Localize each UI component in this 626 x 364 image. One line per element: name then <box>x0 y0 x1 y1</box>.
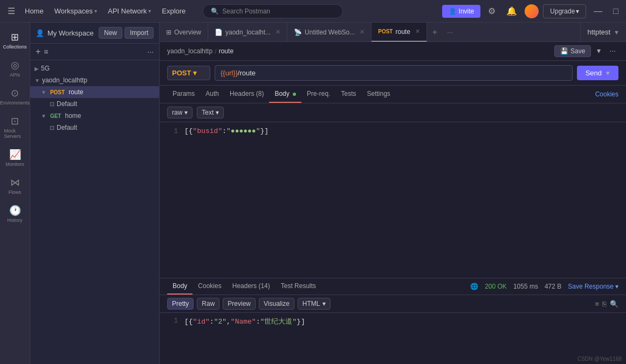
tab-body[interactable]: Body <box>269 86 301 103</box>
add-collection-button[interactable]: + <box>36 47 40 57</box>
tab-more-button[interactable]: ··· <box>443 28 457 36</box>
url-input[interactable]: {{url}}/route <box>215 65 573 81</box>
nav-explore[interactable]: Explore <box>157 5 190 17</box>
sidebar-item-apis[interactable]: ◎ APIs <box>2 55 28 82</box>
tree-item-5g[interactable]: ▶ 5G <box>30 62 159 74</box>
nav-api-network[interactable]: API Network ▾ <box>104 5 155 17</box>
resp-format-select[interactable]: HTML ▾ <box>298 298 331 310</box>
breadcrumb-actions: 💾 Save ▾ ··· <box>554 45 618 57</box>
tab-bar: ⊞ Overview 📄 yaodn_localht... ✕ 📡 Untitl… <box>160 23 626 42</box>
tab-prereq[interactable]: Pre-req. <box>301 86 335 103</box>
resp-visualize-button[interactable]: Visualize <box>259 298 294 310</box>
minimize-button[interactable]: — <box>590 4 606 18</box>
tree-arrow-icon: ▼ <box>35 78 40 83</box>
tree-item-yaodn[interactable]: ▼ yaodn_localhttp <box>30 74 159 86</box>
tab-yaodn[interactable]: 📄 yaodn_localht... ✕ <box>208 23 287 42</box>
resp-code-content: [{"id":"2","Name":"世纪大道"}] <box>184 317 305 326</box>
response-tabs-bar: Body Cookies Headers (14) Test Results 🌐… <box>160 278 626 295</box>
cookies-link[interactable]: Cookies <box>595 90 618 98</box>
sidebar-item-monitors[interactable]: 📈 Monitors <box>2 144 28 171</box>
breadcrumb-parent[interactable]: yaodn_localhttp <box>167 47 212 55</box>
more-options-icon[interactable]: ··· <box>607 45 618 57</box>
sidebar-item-mock-servers[interactable]: ⊡ Mock Servers <box>2 111 28 143</box>
resp-tab-cookies[interactable]: Cookies <box>192 278 226 295</box>
resp-tab-headers[interactable]: Headers (14) <box>227 278 276 295</box>
body-format-select[interactable]: raw ▾ <box>167 107 192 118</box>
body-dot-indicator <box>293 93 296 96</box>
tab-headers[interactable]: Headers (8) <box>224 86 269 103</box>
method-select[interactable]: POST ▾ <box>167 66 210 80</box>
example-icon: ⊡ <box>50 101 54 108</box>
tab-settings[interactable]: Settings <box>361 86 395 103</box>
maximize-button[interactable]: □ <box>610 4 622 18</box>
request-tabs: Params Auth Headers (8) Body Pre-req. Te… <box>160 86 626 103</box>
line-number: 1 <box>167 127 178 135</box>
response-size: 472 B <box>545 283 561 290</box>
method-get-badge: GET <box>49 113 63 120</box>
tab-params[interactable]: Params <box>167 86 200 103</box>
sidebar-item-collections[interactable]: ⊞ Collections <box>2 27 28 54</box>
resp-pretty-button[interactable]: Pretty <box>167 298 194 310</box>
sidebar-item-environments[interactable]: ⊙ Environments <box>2 83 28 110</box>
tab-post-route[interactable]: POST route ✕ <box>372 23 427 42</box>
top-bar: ☰ Home Workspaces ▾ API Network ▾ Explor… <box>0 0 626 23</box>
left-panel: 👤 My Workspace New Import + ≡ ··· ▶ 5G ▼… <box>30 23 160 364</box>
sidebar-item-flows[interactable]: ⋈ Flows <box>2 172 28 199</box>
search-resp-icon[interactable]: 🔍 <box>610 300 618 308</box>
resp-preview-button[interactable]: Preview <box>223 298 256 310</box>
hamburger-icon[interactable]: ☰ <box>4 4 18 18</box>
tree-item-default1[interactable]: ⊡ Default <box>30 98 159 110</box>
tab-close-icon[interactable]: ✕ <box>276 29 280 36</box>
invite-button[interactable]: 👤 Invite <box>442 5 481 18</box>
right-actions: 👤 Invite ⚙ 🔔 Upgrade ▾ — □ <box>442 4 622 18</box>
avatar[interactable] <box>525 4 539 18</box>
search-icon: 🔍 <box>211 8 219 15</box>
main-layout: ⊞ Collections ◎ APIs ⊙ Environments ⊡ Mo… <box>0 23 626 364</box>
tree-list: ▶ 5G ▼ yaodn_localhttp ▼ POST route ⊡ De… <box>30 60 159 364</box>
resp-tab-test-results[interactable]: Test Results <box>276 278 321 295</box>
new-button[interactable]: New <box>99 27 122 39</box>
nav-workspaces[interactable]: Workspaces ▾ <box>50 5 101 17</box>
upgrade-arrow-icon: ▾ <box>576 8 579 15</box>
tree-item-default2[interactable]: ⊡ Default <box>30 122 159 134</box>
filter-resp-icon[interactable]: ≡ <box>595 300 599 308</box>
breadcrumb-bar: yaodn_localhttp / route 💾 Save ▾ ··· <box>160 42 626 61</box>
tab-tests[interactable]: Tests <box>335 86 361 103</box>
tab-close-icon[interactable]: ✕ <box>360 29 364 36</box>
panel-more-button[interactable]: ··· <box>147 47 154 56</box>
import-button[interactable]: Import <box>125 27 154 39</box>
bell-button[interactable]: 🔔 <box>503 4 520 18</box>
tree-arrow-icon: ▼ <box>41 113 46 119</box>
save-response-button[interactable]: Save Response ▾ <box>568 283 618 290</box>
send-button[interactable]: Send ▾ <box>577 66 618 80</box>
tree-item-post-route[interactable]: ▼ POST route <box>30 86 159 98</box>
resp-tab-body[interactable]: Body <box>167 278 192 295</box>
search-bar[interactable]: 🔍 Search Postman <box>203 4 343 18</box>
bell-icon: 🔔 <box>506 6 517 16</box>
tree-arrow-icon: ▼ <box>41 89 46 95</box>
tree-item-get-home[interactable]: ▼ GET home <box>30 110 159 122</box>
nav-home[interactable]: Home <box>20 5 48 17</box>
tab-overview[interactable]: ⊞ Overview <box>160 23 208 42</box>
api-network-arrow-icon: ▾ <box>148 8 151 14</box>
sidebar-item-history[interactable]: 🕐 History <box>2 200 28 227</box>
upgrade-button[interactable]: Upgrade ▾ <box>543 4 586 18</box>
filter-button[interactable]: ≡ <box>44 47 48 56</box>
body-toolbar: raw ▾ Text ▾ <box>160 103 626 122</box>
tab-websocket[interactable]: 📡 Untitled WebSo... ✕ <box>287 23 372 42</box>
code-editor[interactable]: 1 [{"busid":"●●●●●●"}] <box>160 122 626 278</box>
tab-close-icon[interactable]: ✕ <box>415 28 420 35</box>
settings-button[interactable]: ⚙ <box>485 4 499 18</box>
body-type-select[interactable]: Text ▾ <box>197 107 224 118</box>
minimize-icon: — <box>594 6 602 16</box>
copy-resp-icon[interactable]: ⎘ <box>602 300 607 308</box>
send-dropdown-icon[interactable]: ▾ <box>606 69 610 77</box>
right-panel-arrow-icon[interactable]: ▼ <box>614 29 620 36</box>
tab-auth[interactable]: Auth <box>200 86 224 103</box>
save-button[interactable]: 💾 Save <box>554 45 591 57</box>
resp-format-arrow-icon: ▾ <box>322 300 326 307</box>
request-area: yaodn_localhttp / route 💾 Save ▾ ··· POS… <box>160 42 626 364</box>
save-dropdown-icon[interactable]: ▾ <box>594 45 603 57</box>
add-tab-button[interactable]: + <box>427 27 443 37</box>
resp-raw-button[interactable]: Raw <box>197 298 219 310</box>
